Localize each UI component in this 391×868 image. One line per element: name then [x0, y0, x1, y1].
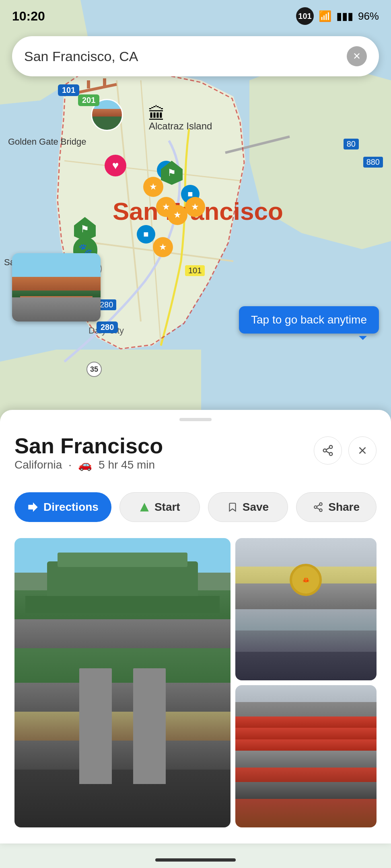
highway-280-badge-2: 280	[97, 321, 118, 333]
svg-marker-16	[28, 502, 37, 512]
start-button[interactable]: Start	[119, 492, 200, 522]
share-header-button[interactable]	[314, 436, 342, 465]
blue-marker-3[interactable]: ■	[137, 225, 155, 244]
svg-point-9	[329, 446, 333, 449]
photos-grid: 🦀	[14, 538, 377, 827]
home-indicator	[155, 858, 236, 862]
svg-marker-17	[140, 503, 149, 512]
signal-icon: ▮▮▮	[336, 10, 353, 23]
photo-lantern-street[interactable]	[235, 685, 377, 827]
svg-line-22	[317, 505, 320, 506]
save-label: Save	[243, 501, 269, 514]
photo-chinatown-main[interactable]	[14, 538, 230, 827]
status-bar: 10:20 101 📶 ▮▮▮ 96%	[0, 0, 391, 32]
place-info: San Francisco California · 🚗 5 hr 45 min	[14, 433, 163, 486]
place-subtitle: California · 🚗 5 hr 45 min	[14, 458, 163, 471]
svg-point-20	[319, 509, 322, 512]
bottom-sheet: San Francisco California · 🚗 5 hr 45 min	[0, 410, 391, 843]
gold-marker-5[interactable]: ★	[153, 237, 173, 257]
share-label: Share	[328, 501, 360, 514]
car-icon: 🚗	[78, 458, 92, 471]
wifi-icon: 📶	[319, 10, 331, 23]
gold-marker-4[interactable]: ★	[185, 197, 205, 217]
search-input-text: San Francisco, CA	[24, 49, 347, 64]
search-bar[interactable]: San Francisco, CA	[12, 36, 379, 76]
gold-marker-1[interactable]: ★	[143, 177, 163, 197]
action-buttons: Directions Start Save Share	[14, 492, 377, 522]
directions-button[interactable]: Directions	[14, 492, 111, 522]
svg-point-10	[323, 449, 327, 452]
highway-880-label: 880	[363, 157, 383, 168]
directions-label: Directions	[43, 501, 99, 514]
gold-marker-3[interactable]: ★	[167, 205, 187, 225]
route-35-badge: 35	[86, 362, 102, 377]
sheet-handle	[179, 418, 212, 421]
photo-right-column: 🦀	[235, 538, 377, 827]
map-tooltip[interactable]: Tap to go back anytime	[239, 306, 379, 334]
svg-point-18	[319, 503, 322, 506]
highway-101-badge: 101	[58, 84, 79, 96]
svg-point-11	[329, 452, 333, 456]
drive-time: 5 hr 45 min	[99, 459, 155, 471]
alcatraz-marker[interactable]: 🏛	[148, 104, 165, 124]
header-actions	[314, 436, 377, 465]
place-title: San Francisco	[14, 433, 163, 458]
svg-line-21	[317, 508, 320, 510]
highway-101-label: 101	[185, 265, 205, 276]
highway-201-badge: 201	[78, 94, 99, 106]
golden-gate-label: Golden Gate Bridge	[8, 137, 86, 147]
svg-line-13	[326, 448, 330, 450]
gg-thumbnail[interactable]	[12, 253, 101, 321]
route-badge: 101	[296, 7, 314, 25]
search-clear-button[interactable]	[347, 46, 367, 66]
svg-point-19	[314, 506, 317, 509]
heart-marker[interactable]: ♥	[105, 155, 126, 176]
place-header: San Francisco California · 🚗 5 hr 45 min	[14, 433, 377, 486]
subtitle-dot: ·	[68, 459, 72, 471]
photo-wharf[interactable]: 🦀	[235, 538, 377, 680]
start-label: Start	[154, 501, 180, 514]
place-state: California	[14, 459, 62, 471]
highway-80-label: 80	[344, 139, 359, 149]
save-button[interactable]: Save	[208, 492, 288, 522]
status-time: 10:20	[12, 9, 45, 24]
status-icons: 101 📶 ▮▮▮ 96%	[296, 7, 379, 25]
battery-icon: 96%	[358, 10, 379, 23]
svg-line-12	[326, 451, 330, 453]
close-sheet-button[interactable]	[348, 436, 377, 465]
share-button[interactable]: Share	[296, 492, 377, 522]
